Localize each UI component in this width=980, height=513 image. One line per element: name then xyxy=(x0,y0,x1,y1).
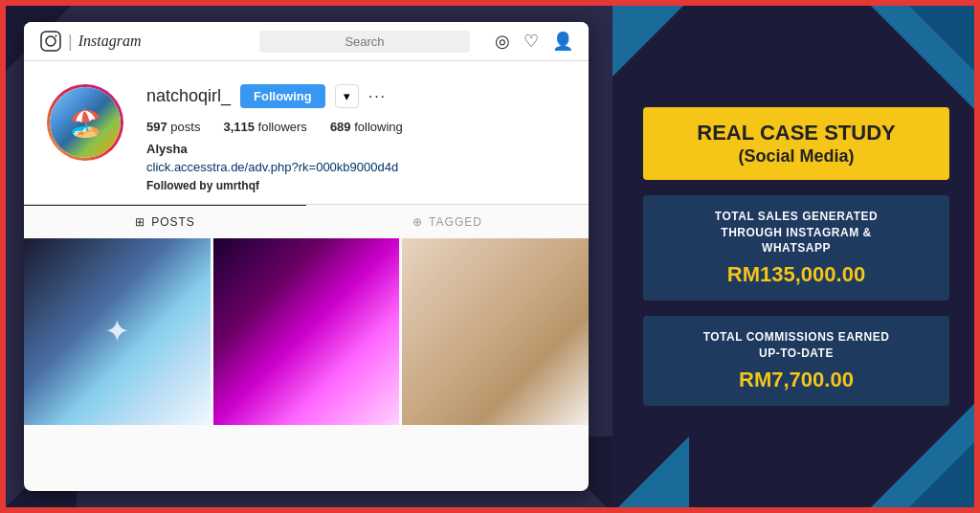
grid-photo-3[interactable] xyxy=(402,238,589,425)
right-panel: REAL CASE STUDY (Social Media) TOTAL SAL… xyxy=(612,0,980,513)
grid-photo-2[interactable] xyxy=(213,238,400,425)
avatar-inner: 🏖️ xyxy=(50,87,121,158)
title-main: REAL CASE STUDY xyxy=(662,121,930,145)
following-stat: 689 following xyxy=(330,120,403,134)
svg-point-1 xyxy=(46,36,56,46)
ig-display-name: Alysha xyxy=(146,142,566,156)
deco-tri-br2 xyxy=(903,436,980,513)
tag-icon: ⊕ xyxy=(412,215,423,229)
stats-value-2: RM7,700.00 xyxy=(662,368,930,392)
ig-link[interactable]: click.accesstra.de/adv.php?rk=000kb9000d… xyxy=(146,160,398,174)
ig-profile-info: natchoqirl_ Following ▾ ··· 597 posts 3,… xyxy=(146,84,566,192)
ig-logo-divider: | xyxy=(68,32,73,52)
ig-username-row: natchoqirl_ Following ▾ ··· xyxy=(146,84,566,108)
title-box: REAL CASE STUDY (Social Media) xyxy=(643,107,949,179)
ig-stats-row: 597 posts 3,115 followers 689 following xyxy=(146,120,566,134)
follow-button[interactable]: Following xyxy=(240,84,325,108)
posts-stat: 597 posts xyxy=(146,120,200,134)
follow-dropdown[interactable]: ▾ xyxy=(335,84,359,108)
ig-followed-by: Followed by umrthqf xyxy=(146,179,566,192)
instagram-window: | Instagram ◎ ♡ 👤 🏖️ natchoqirl_ xyxy=(24,22,589,491)
title-sub: (Social Media) xyxy=(662,146,930,167)
deco-tri-tr2 xyxy=(903,0,980,77)
stats-label-1: TOTAL SALES GENERATEDTHROUGH INSTAGRAM &… xyxy=(662,209,930,256)
tab-tagged[interactable]: ⊕ TAGGED xyxy=(306,205,589,238)
stats-value-1: RM135,000.00 xyxy=(662,262,930,287)
grid-photo-1[interactable] xyxy=(24,238,211,425)
posts-icon: ⊞ xyxy=(135,215,145,229)
left-panel: | Instagram ◎ ♡ 👤 🏖️ natchoqirl_ xyxy=(0,0,612,513)
deco-tri-tr xyxy=(865,0,980,115)
compass-icon[interactable]: ◎ xyxy=(495,31,510,52)
ig-topbar-icons: ◎ ♡ 👤 xyxy=(495,31,573,52)
deco-tri-br xyxy=(865,398,980,513)
search-input[interactable] xyxy=(259,31,470,53)
ig-tabs: ⊞ POSTS ⊕ TAGGED xyxy=(24,204,589,238)
svg-rect-0 xyxy=(41,32,60,51)
ig-grid xyxy=(24,238,589,425)
followers-stat: 3,115 followers xyxy=(223,120,306,134)
ig-username: natchoqirl_ xyxy=(146,86,231,106)
deco-tri-tl xyxy=(612,0,689,77)
svg-point-2 xyxy=(56,35,57,37)
deco-tri-bl xyxy=(612,436,689,513)
tab-posts[interactable]: ⊞ POSTS xyxy=(24,205,306,238)
ig-topbar: | Instagram ◎ ♡ 👤 xyxy=(24,22,589,61)
more-options[interactable]: ··· xyxy=(368,88,387,105)
ig-profile: 🏖️ natchoqirl_ Following ▾ ··· 597 posts xyxy=(24,61,589,204)
stats-box-2: TOTAL COMMISSIONS EARNEDUP-TO-DATE RM7,7… xyxy=(643,316,949,406)
avatar: 🏖️ xyxy=(47,84,123,161)
ig-wordmark: Instagram xyxy=(78,33,142,50)
stats-box-1: TOTAL SALES GENERATEDTHROUGH INSTAGRAM &… xyxy=(643,195,949,301)
instagram-icon xyxy=(39,30,62,53)
heart-icon[interactable]: ♡ xyxy=(523,31,539,52)
profile-icon[interactable]: 👤 xyxy=(552,31,573,52)
stats-label-2: TOTAL COMMISSIONS EARNEDUP-TO-DATE xyxy=(662,329,930,362)
ig-logo-area: | Instagram xyxy=(39,30,141,53)
main-container: | Instagram ◎ ♡ 👤 🏖️ natchoqirl_ xyxy=(0,0,980,513)
